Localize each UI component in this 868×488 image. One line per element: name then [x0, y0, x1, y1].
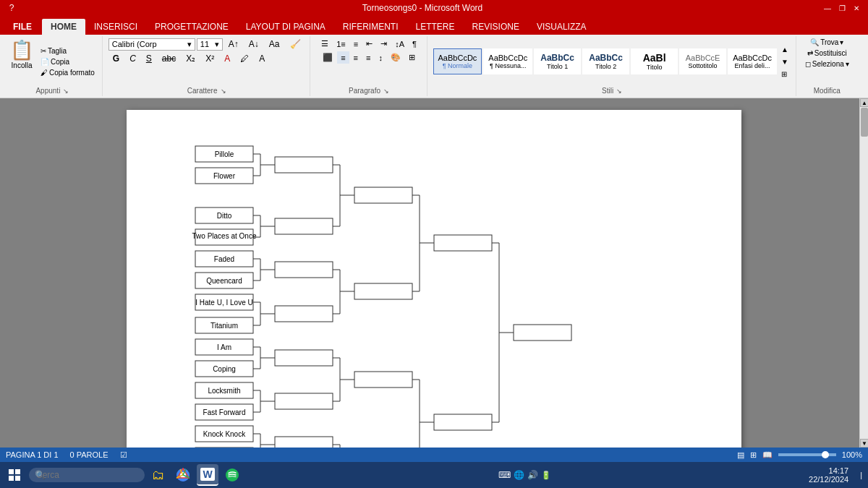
style-normale[interactable]: AaBbCcDc ¶ Normale	[433, 48, 482, 74]
battery-icon: 🔋	[541, 471, 551, 480]
numbering-btn[interactable]: 1≡	[333, 38, 349, 50]
show-desktop-btn[interactable]: |	[857, 471, 865, 479]
tab-file[interactable]: FILE	[3, 19, 42, 35]
tab-inserisci[interactable]: INSERISCI	[85, 19, 146, 35]
carattere-expand[interactable]: ↘	[221, 87, 226, 95]
border-btn[interactable]: ⊞	[405, 51, 419, 64]
shading-btn[interactable]: 🎨	[387, 51, 404, 64]
right-scrollbar[interactable]: ▲ ▼	[859, 98, 868, 448]
svg-text:Ditto: Ditto	[217, 212, 232, 220]
taskbar-search[interactable]	[29, 468, 145, 482]
superscript-btn[interactable]: X²	[201, 52, 218, 65]
justify-btn[interactable]: ≡	[362, 51, 374, 64]
tab-progettazione[interactable]: PROGETTAZIONE	[146, 19, 237, 35]
subscript-btn[interactable]: X₂	[182, 52, 200, 65]
tab-revisione[interactable]: REVISIONE	[464, 19, 528, 35]
align-left-btn[interactable]: ⬛	[319, 51, 336, 64]
bullets-btn[interactable]: ☰	[318, 38, 332, 50]
sostituisci-btn[interactable]: ⇄Sostituisci	[804, 48, 850, 58]
change-case-btn[interactable]: Aa	[265, 38, 284, 51]
seleziona-btn[interactable]: ◻Seleziona▾	[802, 59, 852, 69]
tab-visualizza[interactable]: VISUALIZZA	[528, 19, 595, 35]
scroll-down-btn[interactable]: ▼	[860, 439, 868, 448]
sort-btn[interactable]: ↕A	[391, 38, 408, 50]
network-icon[interactable]: 🌐	[514, 470, 524, 480]
bold-btn[interactable]: G	[109, 52, 124, 65]
zoom-thumb[interactable]	[822, 451, 829, 458]
appunti-expand[interactable]: ↘	[63, 87, 69, 95]
svg-rect-101	[434, 414, 492, 430]
show-marks-btn[interactable]: ¶	[409, 38, 420, 50]
volume-icon[interactable]: 🔊	[527, 470, 538, 480]
close-btn[interactable]: ✕	[851, 2, 862, 14]
align-center-btn[interactable]: ≡	[337, 51, 349, 64]
svg-text:Pillole: Pillole	[215, 150, 234, 158]
svg-text:I Am: I Am	[217, 343, 231, 351]
view-print-btn[interactable]: ▤	[737, 450, 744, 460]
font-color-btn[interactable]: A	[255, 52, 269, 65]
ribbon-body: 📋 Incolla ✂Taglia 📄Copia 🖌Copia formato …	[0, 35, 868, 98]
document-page: Pillole Flower Ditto Two Places at Once …	[127, 110, 741, 448]
taskbar-clock[interactable]: 14:17 22/12/2024	[809, 466, 854, 484]
proofing-icon: ☑	[120, 450, 127, 460]
tab-layout[interactable]: LAYOUT DI PAGINA	[237, 19, 334, 35]
scroll-thumb[interactable]	[861, 108, 868, 137]
font-size-selector[interactable]: 11 ▾	[197, 38, 223, 51]
increase-indent-btn[interactable]: ⇥	[377, 38, 391, 50]
format-painter-button[interactable]: 🖌Copia formato	[38, 68, 98, 77]
svg-rect-109	[9, 476, 14, 481]
underline-btn[interactable]: S	[142, 52, 156, 65]
align-right-btn[interactable]: ≡	[350, 51, 362, 64]
italic-btn[interactable]: C	[125, 52, 140, 65]
font-shrink-btn[interactable]: A↓	[244, 38, 263, 51]
cut-button[interactable]: ✂Taglia	[38, 46, 98, 56]
multilevel-btn[interactable]: ≡	[350, 38, 362, 50]
scroll-styles-up[interactable]: ▲	[778, 45, 791, 54]
ribbon-group-carattere: Calibri (Corp ▾ 11 ▾ A↑ A↓ Aa 🧹 G C S ab…	[104, 36, 310, 96]
taskbar-fileexplorer-icon[interactable]: 🗂	[148, 464, 169, 486]
taskbar-chrome-icon[interactable]	[172, 464, 194, 486]
copy-button[interactable]: 📄Copia	[38, 57, 98, 67]
start-button[interactable]	[3, 464, 26, 486]
svg-rect-81	[354, 372, 412, 388]
restore-btn[interactable]: ❐	[836, 2, 848, 14]
decrease-indent-btn[interactable]: ⇤	[362, 38, 376, 50]
style-nessuna[interactable]: AaBbCcDc ¶ Nessuna...	[483, 48, 532, 74]
zoom-slider[interactable]	[778, 453, 836, 456]
tab-lettere[interactable]: LETTERE	[407, 19, 464, 35]
tab-home[interactable]: HOME	[42, 19, 85, 35]
tab-riferimenti[interactable]: RIFERIMENTI	[334, 19, 407, 35]
stili-expand[interactable]: ↘	[616, 87, 622, 95]
svg-rect-76	[275, 393, 333, 409]
style-sottotitolo[interactable]: AaBbCcE Sottotitolo	[679, 48, 726, 74]
minimize-btn[interactable]: —	[822, 2, 833, 14]
strikethrough-btn[interactable]: abc	[158, 52, 180, 65]
document-area[interactable]: Pillole Flower Ditto Two Places at Once …	[0, 98, 868, 448]
taskbar-word-icon[interactable]: W	[197, 464, 218, 486]
view-read-btn[interactable]: 📖	[762, 450, 773, 460]
styles-gallery: AaBbCcDc ¶ Normale AaBbCcDc ¶ Nessuna...…	[433, 48, 777, 74]
style-titolo2[interactable]: AaBbCc Titolo 2	[582, 48, 629, 74]
line-spacing-btn[interactable]: ↕	[375, 51, 386, 64]
style-titolo[interactable]: AaBl Titolo	[631, 48, 678, 74]
trova-btn[interactable]: 🔍Trova▾	[807, 38, 846, 47]
paragrafo-expand[interactable]: ↘	[383, 87, 389, 95]
style-titolo1[interactable]: AaBbCc Titolo 1	[534, 48, 581, 74]
highlight-btn[interactable]: 🖊	[236, 52, 253, 65]
window-help-btn[interactable]: ?	[6, 2, 17, 14]
ribbon-tabs-bar: FILE HOME INSERISCI PROGETTAZIONE LAYOUT…	[0, 16, 868, 35]
text-color-btn[interactable]: A	[220, 52, 234, 65]
style-enfasi[interactable]: AaBbCcDc Enfasi deli...	[728, 48, 777, 74]
svg-rect-46	[354, 187, 412, 203]
scroll-up-btn[interactable]: ▲	[860, 98, 868, 107]
font-grow-btn[interactable]: A↑	[224, 38, 243, 51]
scroll-styles-down[interactable]: ▼	[778, 57, 791, 67]
clear-format-btn[interactable]: 🧹	[286, 38, 305, 51]
taskbar-spotify-icon[interactable]	[221, 464, 243, 486]
paste-button[interactable]: 📋 Incolla	[7, 38, 36, 85]
svg-rect-41	[275, 218, 333, 234]
view-web-btn[interactable]: ⊞	[750, 450, 757, 460]
font-name-selector[interactable]: Calibri (Corp ▾	[109, 38, 195, 51]
more-styles-btn[interactable]: ⊞	[778, 69, 791, 79]
svg-text:Queencard: Queencard	[206, 277, 242, 285]
